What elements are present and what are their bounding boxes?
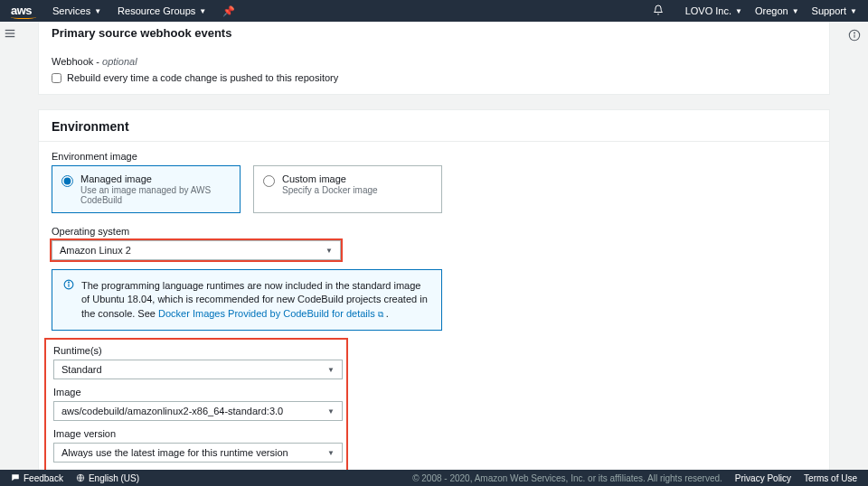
image-select[interactable]: aws/codebuild/amazonlinux2-x86_64-standa… (53, 401, 343, 421)
managed-image-sub: Use an image managed by AWS CodeBuild (80, 185, 231, 205)
aws-logo[interactable]: aws (11, 4, 36, 19)
custom-image-sub: Specify a Docker image (282, 185, 378, 195)
webhook-rebuild-label: Rebuild every time a code change is push… (67, 72, 338, 83)
environment-panel-header: Environment (39, 110, 829, 142)
image-version-label: Image version (53, 428, 339, 439)
caret-down-icon: ▼ (199, 7, 206, 15)
os-select[interactable]: Amazon Linux 2 ▼ (52, 240, 341, 260)
svg-point-5 (854, 33, 855, 33)
copyright-text: © 2008 - 2020, Amazon Web Services, Inc.… (412, 473, 722, 483)
os-value: Amazon Linux 2 (60, 245, 131, 256)
caret-down-icon: ▼ (792, 7, 799, 15)
svg-point-8 (69, 282, 70, 283)
terms-link[interactable]: Terms of Use (804, 473, 857, 483)
image-version-select[interactable]: Always use the latest image for this run… (53, 443, 343, 463)
caret-down-icon: ▼ (94, 7, 101, 15)
runtime-label: Runtime(s) (53, 345, 339, 356)
top-nav: aws Services▼ Resource Groups▼ 📌 LOVO In… (0, 0, 868, 22)
caret-down-icon: ▼ (327, 449, 335, 457)
managed-image-tile[interactable]: Managed image Use an image managed by AW… (52, 165, 241, 213)
caret-down-icon: ▼ (850, 7, 857, 15)
webhook-panel: Primary source webhook events Webhook - … (38, 22, 830, 95)
nav-region[interactable]: Oregon▼ (755, 5, 799, 16)
custom-image-radio[interactable] (263, 175, 275, 187)
nav-resource-groups[interactable]: Resource Groups▼ (118, 5, 206, 16)
caret-down-icon: ▼ (327, 407, 335, 416)
nav-account[interactable]: LOVO Inc.▼ (685, 5, 742, 16)
runtime-group-highlight: Runtime(s) Standard ▼ Image aws/codebuil… (44, 338, 348, 470)
image-field-label: Image (53, 387, 339, 397)
env-image-label: Environment image (52, 151, 816, 162)
sidebar-toggle-icon[interactable] (4, 27, 16, 40)
webhook-label: Webhook - optional (52, 56, 816, 67)
main-content: Primary source webhook events Webhook - … (20, 22, 848, 470)
caret-down-icon: ▼ (326, 247, 333, 255)
caret-down-icon: ▼ (327, 366, 335, 374)
info-icon (63, 279, 74, 321)
environment-title: Environment (52, 119, 816, 134)
webhook-rebuild-checkbox[interactable] (52, 73, 61, 83)
nav-services[interactable]: Services▼ (52, 5, 101, 16)
managed-image-title: Managed image (80, 173, 231, 184)
nav-support[interactable]: Support▼ (812, 5, 857, 16)
webhook-panel-title: Primary source webhook events (52, 26, 816, 40)
managed-image-radio[interactable] (61, 175, 73, 187)
external-link-icon: ⧉ (378, 310, 383, 319)
caret-down-icon: ▼ (735, 7, 742, 15)
feedback-link[interactable]: Feedback (11, 473, 63, 483)
env-image-tiles: Managed image Use an image managed by AW… (52, 165, 442, 213)
language-selector[interactable]: English (US) (76, 473, 139, 483)
custom-image-tile[interactable]: Custom image Specify a Docker image (253, 165, 442, 213)
privacy-link[interactable]: Privacy Policy (735, 473, 791, 483)
pin-icon[interactable]: 📌 (222, 5, 235, 17)
footer-bar: Feedback English (US) © 2008 - 2020, Ama… (0, 470, 868, 486)
custom-image-title: Custom image (282, 173, 378, 184)
runtime-value: Standard (61, 364, 102, 375)
os-label: Operating system (52, 226, 816, 237)
image-value: aws/codebuild/amazonlinux2-x86_64-standa… (61, 406, 283, 416)
image-version-value: Always use the latest image for this run… (61, 447, 288, 458)
environment-panel: Environment Environment image Managed im… (38, 109, 830, 470)
webhook-rebuild-checkbox-row: Rebuild every time a code change is push… (52, 72, 816, 83)
docker-images-link[interactable]: Docker Images Provided by CodeBuild for … (158, 308, 383, 319)
info-panel-icon[interactable] (848, 29, 861, 44)
runtime-info-alert: The programming language runtimes are no… (52, 269, 442, 331)
bell-icon[interactable] (653, 5, 664, 18)
runtime-select[interactable]: Standard ▼ (53, 360, 343, 379)
nav-right: LOVO Inc.▼ Oregon▼ Support▼ (653, 5, 857, 18)
